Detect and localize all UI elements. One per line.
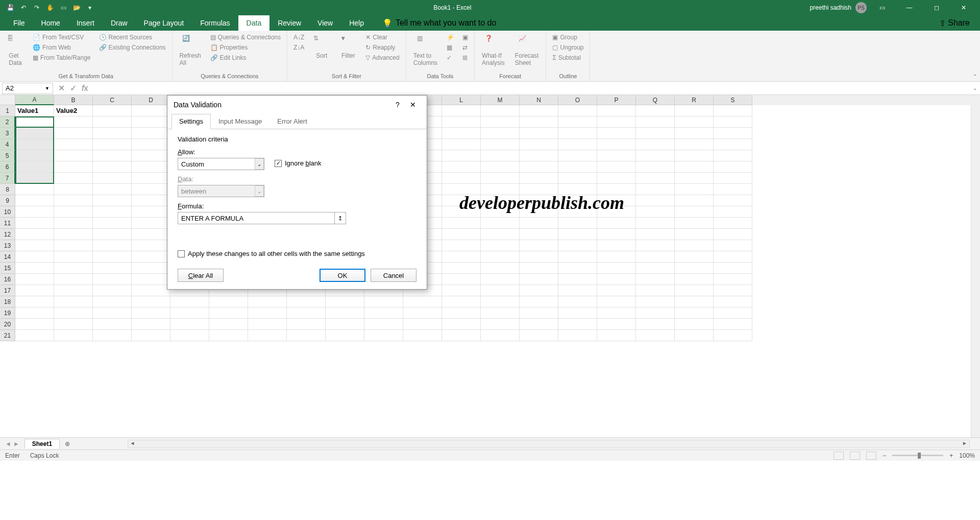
cell-B2[interactable] xyxy=(54,116,93,128)
cell-N15[interactable] xyxy=(520,263,558,274)
cell-O13[interactable] xyxy=(558,240,597,251)
cell-J21[interactable] xyxy=(364,330,403,341)
dialog-help-button[interactable]: ? xyxy=(390,101,405,109)
cell-D15[interactable] xyxy=(132,263,170,274)
cell-O5[interactable] xyxy=(558,150,597,161)
row-header-4[interactable]: 4 xyxy=(0,139,15,150)
save-icon[interactable]: 💾 xyxy=(5,3,15,13)
cell-O11[interactable] xyxy=(558,218,597,229)
cell-A18[interactable] xyxy=(15,296,54,308)
cell-O20[interactable] xyxy=(558,319,597,330)
cell-C12[interactable] xyxy=(93,229,132,240)
cell-D14[interactable] xyxy=(132,251,170,263)
range-picker-button[interactable]: ↥ xyxy=(334,212,346,224)
cell-L15[interactable] xyxy=(442,263,481,274)
cell-O12[interactable] xyxy=(558,229,597,240)
cell-B21[interactable] xyxy=(54,330,93,341)
cell-E21[interactable] xyxy=(170,330,209,341)
cell-B12[interactable] xyxy=(54,229,93,240)
row-header-10[interactable]: 10 xyxy=(0,206,15,218)
column-header-C[interactable]: C xyxy=(93,95,132,105)
cell-C10[interactable] xyxy=(93,206,132,218)
cell-O6[interactable] xyxy=(558,161,597,173)
cell-L17[interactable] xyxy=(442,285,481,296)
cell-L6[interactable] xyxy=(442,161,481,173)
cell-S15[interactable] xyxy=(714,263,752,274)
cell-F20[interactable] xyxy=(209,319,248,330)
reapply-button[interactable]: ↻Reapply xyxy=(363,43,401,52)
cell-Q18[interactable] xyxy=(636,296,675,308)
relationships-button[interactable]: ⇄ xyxy=(460,43,470,52)
cell-Q4[interactable] xyxy=(636,139,675,150)
cell-B6[interactable] xyxy=(54,161,93,173)
cell-O21[interactable] xyxy=(558,330,597,341)
horizontal-scrollbar[interactable] xyxy=(128,440,970,448)
cell-R6[interactable] xyxy=(675,161,714,173)
cell-D9[interactable] xyxy=(132,195,170,206)
cell-B1[interactable]: Value2 xyxy=(54,105,93,116)
cell-C5[interactable] xyxy=(93,150,132,161)
tab-draw[interactable]: Draw xyxy=(103,15,136,31)
cell-R1[interactable] xyxy=(675,105,714,116)
group-rows-button[interactable]: ▣Group xyxy=(550,33,585,42)
cell-P5[interactable] xyxy=(597,150,636,161)
tab-page-layout[interactable]: Page Layout xyxy=(136,15,192,31)
cell-P19[interactable] xyxy=(597,308,636,319)
cell-O4[interactable] xyxy=(558,139,597,150)
cell-F21[interactable] xyxy=(209,330,248,341)
cell-D13[interactable] xyxy=(132,240,170,251)
cell-C14[interactable] xyxy=(93,251,132,263)
cell-A7[interactable] xyxy=(15,173,54,184)
fx-icon[interactable]: fx xyxy=(82,84,88,93)
cell-Q19[interactable] xyxy=(636,308,675,319)
dialog-tab-input-message[interactable]: Input Message xyxy=(211,114,270,129)
cell-Q7[interactable] xyxy=(636,173,675,184)
edit-links-button[interactable]: 🔗Edit Links xyxy=(208,53,283,62)
cell-R2[interactable] xyxy=(675,116,714,128)
cell-N18[interactable] xyxy=(520,296,558,308)
cell-C4[interactable] xyxy=(93,139,132,150)
cell-N16[interactable] xyxy=(520,274,558,285)
cell-Q16[interactable] xyxy=(636,274,675,285)
cell-L3[interactable] xyxy=(442,128,481,139)
cell-N6[interactable] xyxy=(520,161,558,173)
row-header-2[interactable]: 2 xyxy=(0,116,15,128)
cell-Q17[interactable] xyxy=(636,285,675,296)
cell-N13[interactable] xyxy=(520,240,558,251)
cell-D11[interactable] xyxy=(132,218,170,229)
cell-S18[interactable] xyxy=(714,296,752,308)
cell-R10[interactable] xyxy=(675,206,714,218)
cell-N19[interactable] xyxy=(520,308,558,319)
cell-S1[interactable] xyxy=(714,105,752,116)
cell-I18[interactable] xyxy=(326,296,364,308)
cell-N21[interactable] xyxy=(520,330,558,341)
get-data-button[interactable]: 🗄 Get Data xyxy=(4,33,27,68)
cell-N2[interactable] xyxy=(520,116,558,128)
cell-R5[interactable] xyxy=(675,150,714,161)
cell-Q1[interactable] xyxy=(636,105,675,116)
cell-D8[interactable] xyxy=(132,184,170,195)
cell-D20[interactable] xyxy=(132,319,170,330)
cell-R18[interactable] xyxy=(675,296,714,308)
tab-home[interactable]: Home xyxy=(33,15,68,31)
cell-C21[interactable] xyxy=(93,330,132,341)
row-header-15[interactable]: 15 xyxy=(0,263,15,274)
row-header-21[interactable]: 21 xyxy=(0,330,15,341)
cell-D5[interactable] xyxy=(132,150,170,161)
cell-B14[interactable] xyxy=(54,251,93,263)
cell-G18[interactable] xyxy=(248,296,287,308)
cell-P1[interactable] xyxy=(597,105,636,116)
cell-M13[interactable] xyxy=(481,240,520,251)
column-header-R[interactable]: R xyxy=(675,95,714,105)
cell-C1[interactable] xyxy=(93,105,132,116)
tab-file[interactable]: File xyxy=(5,15,33,31)
cell-A10[interactable] xyxy=(15,206,54,218)
cell-B19[interactable] xyxy=(54,308,93,319)
cell-O2[interactable] xyxy=(558,116,597,128)
cell-L14[interactable] xyxy=(442,251,481,263)
column-header-N[interactable]: N xyxy=(520,95,558,105)
cell-B5[interactable] xyxy=(54,150,93,161)
cell-L20[interactable] xyxy=(442,319,481,330)
cell-Q15[interactable] xyxy=(636,263,675,274)
new-file-icon[interactable]: ▭ xyxy=(58,3,68,13)
